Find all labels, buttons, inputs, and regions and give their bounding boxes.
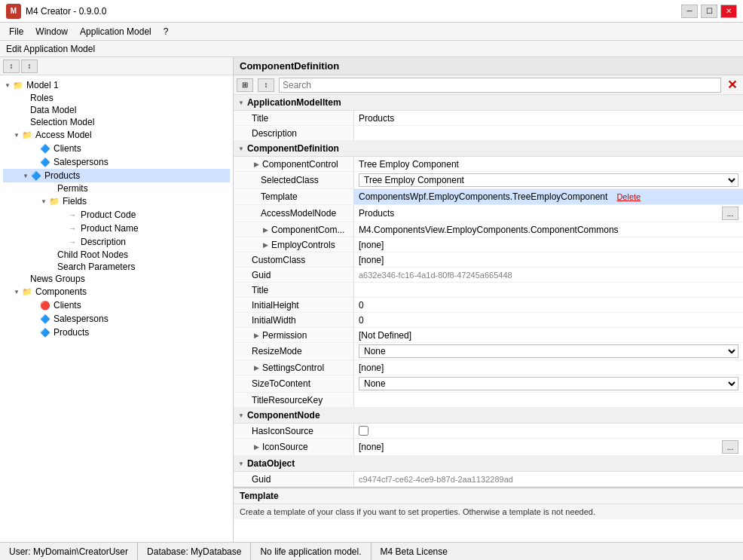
prop-row-permission: ▶Permission [Not Defined]: [234, 328, 743, 343]
minimize-button[interactable]: ─: [681, 5, 698, 18]
icon-productname: →: [66, 222, 78, 234]
expander-accessmodel[interactable]: ▼: [12, 130, 21, 139]
prop-value-iconsource: [none] ...: [354, 439, 743, 455]
tree-node-salespersons[interactable]: 🔷 Salespersons: [3, 155, 230, 169]
expander-components[interactable]: ▼: [12, 287, 21, 296]
menu-file[interactable]: File: [3, 25, 29, 38]
template-footer-header: Template: [234, 488, 743, 504]
tree-label-comp-products: Products: [54, 327, 89, 338]
prop-value-customclass[interactable]: [none]: [354, 252, 743, 267]
tree-node-description[interactable]: → Description: [3, 235, 230, 249]
section-header-component-node[interactable]: ▼ ComponentNode: [234, 408, 743, 424]
status-license: M4 Beta License: [372, 543, 457, 560]
menu-application-model[interactable]: Application Model: [74, 25, 157, 38]
prop-value-resizemode[interactable]: None CanResize CanMinimize NoResize: [354, 343, 743, 360]
tree-node-childrootnodes[interactable]: Child Root Nodes: [3, 249, 230, 261]
tree-label-datamodel: Data Model: [30, 105, 76, 115]
expander-roles: [21, 93, 30, 103]
resizemode-select[interactable]: None CanResize CanMinimize NoResize: [359, 344, 738, 358]
tree-node-productcode[interactable]: → Product Code: [3, 208, 230, 222]
section-expander-component-def[interactable]: ▼: [238, 145, 244, 152]
prop-row-hasiconsource: HasIconSource: [234, 424, 743, 439]
prop-value-title-cd[interactable]: [354, 283, 743, 297]
expander-permission[interactable]: ▶: [252, 332, 261, 339]
search-clear-button[interactable]: ✕: [724, 78, 740, 92]
tree-node-permits[interactable]: Permits: [3, 182, 230, 194]
prop-value-titleresourcekey[interactable]: [354, 393, 743, 407]
prop-value-hasiconsource[interactable]: [354, 424, 743, 438]
tree-node-searchparams[interactable]: Search Parameters: [3, 261, 230, 273]
expander-fields[interactable]: ▼: [39, 197, 48, 206]
expander-productname: [57, 224, 66, 233]
prop-name-template: Template: [234, 189, 354, 204]
prop-value-title-ami[interactable]: Products: [354, 111, 743, 125]
close-button[interactable]: ✕: [720, 5, 737, 18]
icon-comp-salespersons: 🔷: [39, 313, 51, 325]
section-label-component-node: ComponentNode: [247, 410, 320, 421]
accessmodelnode-btn[interactable]: ...: [722, 207, 738, 220]
prop-value-settingscontrol: [none]: [354, 360, 743, 375]
tree-label-productcode: Product Code: [81, 210, 136, 220]
expander-comp-products: [30, 328, 39, 337]
section-header-component-def[interactable]: ▼ ComponentDefinition: [234, 141, 743, 157]
tree-node-clients[interactable]: 🔷 Clients: [3, 142, 230, 155]
prop-value-description-ami[interactable]: [354, 126, 743, 140]
iconsource-btn[interactable]: ...: [722, 440, 738, 454]
hasiconsource-checkbox[interactable]: [359, 426, 368, 436]
sizetocontent-select[interactable]: None Width Height WidthAndHeight: [359, 377, 738, 390]
status-user: User: MyDomain\CreatorUser: [0, 543, 138, 560]
tree-node-comp-salespersons[interactable]: 🔷 Salespersons: [3, 312, 230, 326]
tree-node-roles[interactable]: Roles: [3, 92, 230, 104]
tree-node-selmodel[interactable]: Selection Model: [3, 116, 230, 128]
section-expander-data-object[interactable]: ▼: [238, 461, 244, 467]
tree-toolbar-btn-1[interactable]: ↕: [3, 60, 20, 73]
tree-node-datamodel[interactable]: Data Model: [3, 104, 230, 116]
tree-toolbar-btn-2[interactable]: ↕: [21, 60, 38, 73]
menu-help[interactable]: ?: [157, 25, 175, 38]
expander-model1[interactable]: ▼: [3, 81, 12, 90]
section-expander-app-model-item[interactable]: ▼: [238, 99, 244, 106]
expander-componentcom[interactable]: ▶: [261, 226, 270, 234]
search-input[interactable]: [279, 78, 721, 93]
menu-window[interactable]: Window: [29, 25, 74, 38]
prop-value-sizetocontent[interactable]: None Width Height WidthAndHeight: [354, 375, 743, 392]
tree-node-model1[interactable]: ▼ 📁 Model 1: [3, 78, 230, 92]
restore-button[interactable]: ☐: [701, 5, 717, 18]
prop-value-initialwidth[interactable]: 0: [354, 313, 743, 327]
expander-comp-salespersons: [30, 314, 39, 323]
expander-products[interactable]: ▼: [21, 171, 30, 180]
prop-row-template: Template ComponentsWpf.EmployComponents.…: [234, 189, 743, 205]
tree-node-products[interactable]: ▼ 🔷 Products: [3, 169, 230, 182]
tree-label-childrootnodes: Child Root Nodes: [57, 249, 128, 260]
expander-description: [57, 237, 66, 246]
section-expander-component-node[interactable]: ▼: [238, 412, 244, 419]
tree-node-accessmodel[interactable]: ▼ 📁 Access Model: [3, 128, 230, 142]
tree-node-components[interactable]: ▼ 📁 Components: [3, 285, 230, 298]
prop-value-initialheight[interactable]: 0: [354, 298, 743, 312]
section-header-data-object[interactable]: ▼ DataObject: [234, 456, 743, 472]
expander-settingscontrol[interactable]: ▶: [252, 364, 261, 372]
prop-value-selectedclass[interactable]: Tree Employ Component: [354, 172, 743, 188]
sort-btn-2[interactable]: ↕: [258, 78, 274, 92]
tree-node-comp-products[interactable]: 🔷 Products: [3, 326, 230, 339]
prop-name-componentcontrol: ▶ComponentControl: [234, 157, 354, 171]
prop-row-selectedclass: SelectedClass Tree Employ Component: [234, 172, 743, 189]
sort-btn-1[interactable]: ⊞: [237, 78, 253, 92]
template-delete-link[interactable]: Delete: [612, 191, 738, 203]
section-label-app-model-item: ApplicationModelItem: [247, 97, 341, 108]
tree-label-components: Components: [35, 286, 87, 297]
expander-iconsource[interactable]: ▶: [252, 443, 261, 451]
expander-employcontrols[interactable]: ▶: [261, 241, 270, 249]
tree-node-productname[interactable]: → Product Name: [3, 222, 230, 235]
tree-node-fields[interactable]: ▼ 📁 Fields: [3, 194, 230, 208]
expander-permits: [48, 184, 57, 193]
tree-node-newsgroups[interactable]: News Groups: [3, 273, 230, 285]
prop-row-settingscontrol: ▶SettingsControl [none]: [234, 360, 743, 375]
expander-childrootnodes: [48, 250, 57, 259]
window-controls: ─ ☐ ✕: [681, 5, 737, 18]
selectedclass-select[interactable]: Tree Employ Component: [359, 173, 738, 187]
section-header-app-model-item[interactable]: ▼ ApplicationModelItem: [234, 95, 743, 111]
tree-node-comp-clients[interactable]: 🔴 Clients: [3, 298, 230, 312]
expander-componentcontrol[interactable]: ▶: [252, 161, 261, 168]
prop-row-description-ami: Description: [234, 126, 743, 141]
